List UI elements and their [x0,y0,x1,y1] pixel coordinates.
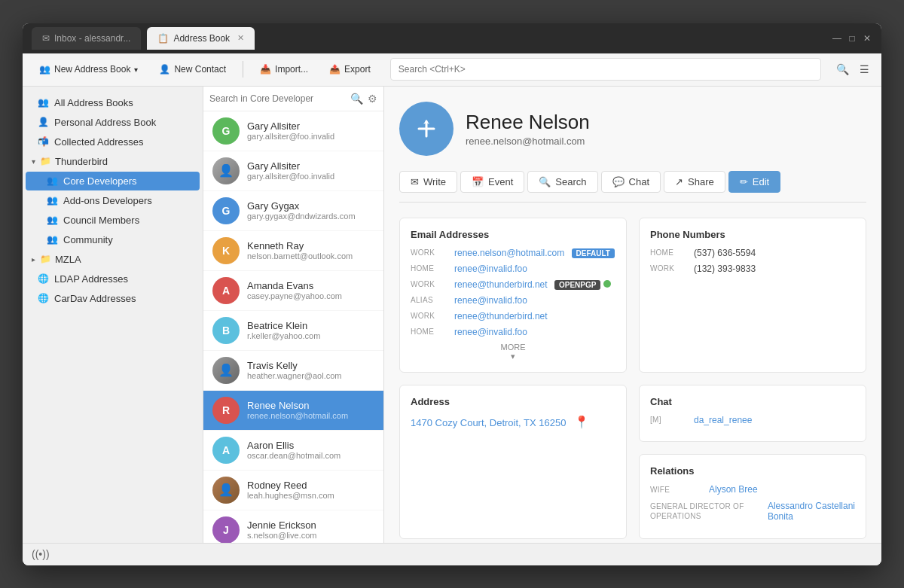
collected-icon: 📬 [38,136,48,147]
contact-item[interactable]: A Amanda Evans casey.payne@yahoo.com [203,271,383,311]
contact-search-icon[interactable]: 🔍 [350,93,363,105]
email-row-5: WORK renee@thunderbird.net [411,311,615,321]
avatar: 👤 [212,157,240,184]
avatar: G [212,197,240,224]
email-type-2: HOME [411,264,448,273]
relation-name-1[interactable]: Alyson Bree [709,484,758,495]
contact-item-renee-nelson[interactable]: R Renee Nelson renee.nelson@hotmail.com [203,391,383,431]
map-pin-icon[interactable]: 📍 [574,416,589,428]
email-type-6: HOME [411,327,448,336]
event-label: Event [488,176,513,187]
maximize-button[interactable]: □ [847,33,857,44]
inbox-icon: ✉ [42,33,50,44]
contact-item[interactable]: A Aaron Ellis oscar.dean@hotmail.com [203,431,383,471]
sidebar-all-label: All Address Books [54,97,133,108]
email-row-6: HOME renee@invalid.foo [411,327,615,337]
sidebar-item-community[interactable]: 👥 Community [26,230,200,249]
contact-item[interactable]: B Beatrice Klein r.keller@yahoo.com [203,311,383,351]
thunderbird-collapse-icon: ▾ [32,157,35,166]
phone-number-1: (537) 636-5594 [694,248,756,258]
contact-email: s.nelson@live.com [247,531,374,540]
sidebar-item-cardav[interactable]: 🌐 CarDav Addresses [26,289,200,308]
contact-search-input[interactable] [209,93,346,104]
phone-type-2: WORK [650,264,688,273]
window-controls: — □ ✕ [832,33,872,44]
email-address-6[interactable]: renee@invalid.foo [454,327,527,337]
more-emails-button[interactable]: MORE▾ [411,343,615,361]
contact-item[interactable]: G Gary Allsiter gary.allsiter@foo.invali… [203,111,383,151]
sidebar-council-label: Council Members [63,215,139,226]
share-icon: ↗ [675,176,683,187]
email-address-3[interactable]: renee@thunderbird.net [454,279,548,290]
sidebar-item-personal[interactable]: 👤 Personal Address Book [26,113,200,132]
event-button[interactable]: 📅 Event [460,171,524,193]
email-address-5[interactable]: renee@thunderbird.net [454,311,548,321]
address-value[interactable]: 1470 Cozy Court, Detroit, TX 16250 [411,417,566,428]
export-button[interactable]: 📤 Export [322,58,378,81]
tab-inbox[interactable]: ✉ Inbox - alessandr... [32,27,141,50]
tab-addressbook[interactable]: 📋 Address Book ✕ [147,27,255,50]
minimize-button[interactable]: — [832,33,842,44]
contact-item[interactable]: 👤 Travis Kelly heather.wagner@aol.com [203,351,383,391]
contact-item-rodney-reed[interactable]: 👤 Rodney Reed leah.hughes@msn.com [203,471,383,510]
sidebar-ldap-label: LDAP Addresses [54,273,128,285]
email-address-1[interactable]: renee.nelson@hotmail.com [454,248,564,258]
chat-button[interactable]: 💬 Chat [601,171,661,193]
contact-item[interactable]: K Kenneth Ray nelson.barnett@outlook.com [203,231,383,271]
sidebar-item-council[interactable]: 👥 Council Members [26,211,200,230]
addressbook-icon: 📋 [157,33,169,44]
contact-item[interactable]: 👤 Gary Allsiter gary.allsiter@foo.invali… [203,151,383,191]
edit-icon: ✏ [740,176,748,187]
relation-name-2[interactable]: Alessandro Castellani Bonita [768,501,855,522]
chat-handle[interactable]: da_real_renee [694,415,752,425]
new-contact-label: New Contact [174,64,226,75]
email-addresses-title: Email Addresses [411,229,615,240]
sidebar-item-core-developers[interactable]: 👥 Core Developers [26,172,200,190]
email-address-2[interactable]: renee@invalid.foo [454,264,527,274]
share-button[interactable]: ↗ Share [664,171,725,193]
email-type-1: WORK [411,248,448,257]
share-label: Share [688,176,714,187]
sidebar-item-all-address-books[interactable]: 👥 All Address Books [26,93,200,112]
import-button[interactable]: 📥 Import... [252,58,316,81]
search-button[interactable]: 🔍 Search [527,171,597,193]
phone-type-1: HOME [650,248,688,257]
new-address-book-button[interactable]: 👥 New Address Book ▾ [32,58,145,81]
tab-close-button[interactable]: ✕ [237,33,244,43]
contact-filter-icon[interactable]: ⚙ [368,93,377,105]
sidebar-item-collected[interactable]: 📬 Collected Addresses [26,133,200,151]
contact-item[interactable]: G Gary Gygax gary.gygax@dndwizards.com [203,191,383,231]
avatar: 👤 [212,477,240,504]
email-address-4[interactable]: renee@invalid.foo [454,295,527,306]
relation-row-2: GENERAL DIRECTOR OF OPERATIONS Alessandr… [650,501,855,522]
main-content: 👥 All Address Books 👤 Personal Address B… [23,87,881,543]
sidebar-item-mzla[interactable]: ▸ 📁 MZLA [23,250,203,269]
contact-email: leah.hughes@msn.com [247,491,374,500]
contact-item[interactable]: J Jennie Erickson s.nelson@live.com [203,510,383,543]
contact-detail-panel: Renee Nelson renee.nelson@hotmail.com ✉ … [384,87,881,543]
global-search-input[interactable] [390,58,821,81]
write-button[interactable]: ✉ Write [399,171,457,193]
sidebar-item-thunderbird[interactable]: ▾ 📁 Thunderbird [23,152,203,171]
search-icon: 🔍 [539,176,551,187]
contact-name: Gary Allsiter [247,160,374,172]
toolbar-icon-group: 🔍 ☰ [833,60,872,78]
email-type-3: WORK [411,279,448,288]
contact-name: Beatrice Klein [247,320,374,331]
chat-row-1: [m] da_real_renee [650,415,855,425]
contact-search-bar: 🔍 ⚙ [203,87,383,111]
phone-row-1: HOME (537) 636-5594 [650,248,855,258]
close-button[interactable]: ✕ [862,33,872,44]
address-books-icon: 👥 [38,97,48,108]
edit-button[interactable]: ✏ Edit [728,171,780,193]
contact-email: oscar.dean@hotmail.com [247,451,374,460]
contact-main-email: renee.nelson@hotmail.com [466,136,590,147]
sidebar-item-ldap[interactable]: 🌐 LDAP Addresses [26,270,200,288]
search-icon-button[interactable]: 🔍 [833,60,852,78]
contact-name: Rodney Reed [247,480,374,491]
sidebar-item-addons[interactable]: 👥 Add-ons Developers [26,191,200,210]
menu-icon-button[interactable]: ☰ [857,60,872,78]
new-contact-button[interactable]: 👤 New Contact [151,58,234,81]
sidebar-collected-label: Collected Addresses [54,136,144,148]
core-dev-icon: 👥 [47,175,57,186]
